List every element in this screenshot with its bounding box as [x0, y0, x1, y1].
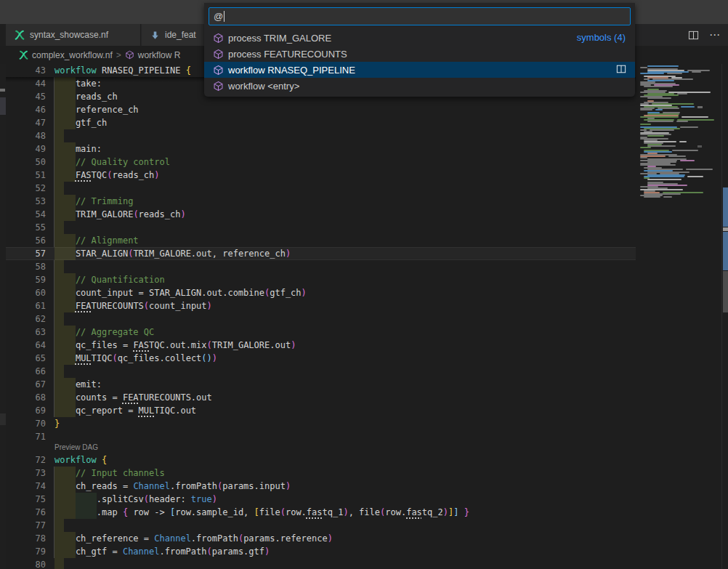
- code-line-54[interactable]: 54 TRIM_GALORE(reads_ch): [6, 208, 636, 221]
- breadcrumb-separator: >: [116, 50, 121, 60]
- line-number[interactable]: 45: [6, 90, 46, 103]
- line-number[interactable]: 53: [6, 195, 46, 208]
- line-number[interactable]: 58: [6, 260, 46, 273]
- code-line-61[interactable]: 61 FEATURECOUNTS(count_input): [6, 299, 636, 312]
- tab-syntax-showcase-nf[interactable]: syntax_showcase.nf: [6, 24, 141, 46]
- code-line-57[interactable]: 57 STAR_ALIGN(TRIM_GALORE.out, reference…: [6, 247, 636, 260]
- code-line-59[interactable]: 59 // Quantification: [6, 273, 636, 286]
- code-editor[interactable]: 43workflow RNASEQ_PIPELINE {44 take:45 r…: [6, 64, 636, 569]
- line-number[interactable]: 49: [6, 142, 46, 156]
- code-line-55[interactable]: 55: [6, 221, 636, 234]
- line-number[interactable]: 70: [6, 417, 46, 430]
- code-line-60[interactable]: 60 count_input = STAR_ALIGN.out.combine(…: [6, 286, 636, 299]
- code-line-53[interactable]: 53 // Trimming: [6, 195, 636, 208]
- line-number[interactable]: 66: [6, 365, 46, 378]
- quick-open-item-3[interactable]: workflow <entry>: [204, 78, 635, 94]
- line-number[interactable]: 64: [6, 339, 46, 352]
- code-line-49[interactable]: 49 main:: [6, 142, 636, 156]
- code-line-66[interactable]: 66: [6, 365, 636, 378]
- line-number[interactable]: 75: [6, 493, 46, 506]
- line-number[interactable]: 56: [6, 234, 46, 247]
- quick-open-item-1[interactable]: process FEATURECOUNTS: [204, 46, 635, 62]
- open-to-side-icon[interactable]: [616, 64, 628, 76]
- minimap-line: [680, 126, 698, 128]
- code-line-48[interactable]: 48: [6, 129, 636, 142]
- line-number[interactable]: 54: [6, 208, 46, 221]
- code-line-50[interactable]: 50 // Quality control: [6, 156, 636, 169]
- line-number[interactable]: 79: [6, 545, 46, 558]
- split-editor-icon[interactable]: [687, 29, 699, 41]
- line-number[interactable]: 76: [6, 506, 46, 519]
- code-line-65[interactable]: 65 MULTIQC(qc_files.collect()): [6, 352, 636, 365]
- line-number[interactable]: 78: [6, 532, 46, 545]
- line-number[interactable]: 46: [6, 103, 46, 116]
- code-text: qc_files = FASTQC.out.mix(TRIM_GALORE.ou…: [54, 339, 296, 352]
- line-number[interactable]: 73: [6, 467, 46, 480]
- code-line-68[interactable]: 68 counts = FEATURECOUNTS.out: [6, 391, 636, 404]
- code-line-77[interactable]: 77: [6, 519, 636, 532]
- scrollbar-thumb[interactable]: [723, 271, 728, 312]
- line-number[interactable]: 57: [6, 247, 46, 260]
- line-number[interactable]: 44: [6, 77, 46, 90]
- line-number[interactable]: 60: [6, 286, 46, 299]
- code-line-64[interactable]: 64 qc_files = FASTQC.out.mix(TRIM_GALORE…: [6, 339, 636, 352]
- quick-open-input[interactable]: @: [209, 7, 631, 25]
- line-number[interactable]: 72: [6, 453, 46, 467]
- minimap-marker: [697, 106, 703, 108]
- line-number[interactable]: 47: [6, 116, 46, 129]
- minimap-line: [640, 67, 647, 68]
- line-number[interactable]: 69: [6, 404, 46, 417]
- line-number[interactable]: 67: [6, 378, 46, 391]
- line-number[interactable]: 77: [6, 519, 46, 532]
- code-line-47[interactable]: 47 gtf_ch: [6, 116, 636, 129]
- overview-ruler-scrollbar[interactable]: [721, 64, 728, 569]
- line-number[interactable]: 48: [6, 129, 46, 142]
- code-line-63[interactable]: 63 // Aggregate QC: [6, 326, 636, 339]
- line-number[interactable]: 51: [6, 169, 46, 182]
- code-text: // Quality control: [54, 156, 170, 169]
- codelens-preview-dag[interactable]: Preview DAG: [54, 443, 98, 453]
- more-actions-icon[interactable]: ⋯: [709, 29, 721, 41]
- code-line-46[interactable]: 46 reference_ch: [6, 103, 636, 116]
- minimap-line: [640, 147, 651, 148]
- line-number[interactable]: 61: [6, 299, 46, 312]
- line-number[interactable]: 52: [6, 182, 46, 195]
- line-number[interactable]: 59: [6, 273, 46, 286]
- code-line-78[interactable]: 78 ch_reference = Channel.fromPath(param…: [6, 532, 636, 545]
- line-number[interactable]: 68: [6, 391, 46, 404]
- code-line-69[interactable]: 69 qc_report = MULTIQC.out: [6, 404, 636, 417]
- code-line-62[interactable]: 62: [6, 312, 636, 326]
- line-number[interactable]: 62: [6, 312, 46, 326]
- code-line-75[interactable]: 75 .splitCsv(header: true): [6, 493, 636, 506]
- line-number[interactable]: 43: [6, 64, 46, 77]
- breadcrumb-symbol[interactable]: workflow R: [138, 50, 181, 60]
- code-line-72[interactable]: 72workflow {: [6, 453, 636, 467]
- line-number[interactable]: 74: [6, 480, 46, 493]
- indent-highlight: [54, 260, 64, 273]
- code-line-58[interactable]: 58: [6, 260, 636, 273]
- code-line-51[interactable]: 51 FASTQC(reads_ch): [6, 169, 636, 182]
- code-line-73[interactable]: 73 // Input channels: [6, 467, 636, 480]
- code-line-80[interactable]: 80: [6, 558, 636, 569]
- quick-open-item-2[interactable]: workflow RNASEQ_PIPELINE: [204, 62, 635, 78]
- code-line-74[interactable]: 74 ch_reads = Channel.fromPath(params.in…: [6, 480, 636, 493]
- code-line-56[interactable]: 56 // Alignment: [6, 234, 636, 247]
- code-line-79[interactable]: 79 ch_gtf = Channel.fromPath(params.gtf): [6, 545, 636, 558]
- line-number[interactable]: 65: [6, 352, 46, 365]
- code-line-52[interactable]: 52: [6, 182, 636, 195]
- symbols-count-badge: symbols (4): [577, 30, 626, 46]
- breadcrumb-file[interactable]: complex_workflow.nf: [32, 50, 113, 60]
- line-number[interactable]: 71: [6, 430, 46, 443]
- code-line-67[interactable]: 67 emit:: [6, 378, 636, 391]
- code-line-70[interactable]: 70}: [6, 417, 636, 430]
- indent-highlight: [54, 129, 64, 142]
- minimap[interactable]: [637, 64, 721, 569]
- nextflow-file-icon: [19, 50, 28, 60]
- line-number[interactable]: 80: [6, 558, 46, 569]
- quick-open-item-0[interactable]: process TRIM_GALOREsymbols (4): [204, 30, 635, 46]
- line-number[interactable]: 55: [6, 221, 46, 234]
- line-number[interactable]: 63: [6, 326, 46, 339]
- line-number[interactable]: 50: [6, 156, 46, 169]
- code-line-76[interactable]: 76 .map { row -> [row.sample_id, [file(r…: [6, 506, 636, 519]
- code-line-71[interactable]: 71: [6, 430, 636, 443]
